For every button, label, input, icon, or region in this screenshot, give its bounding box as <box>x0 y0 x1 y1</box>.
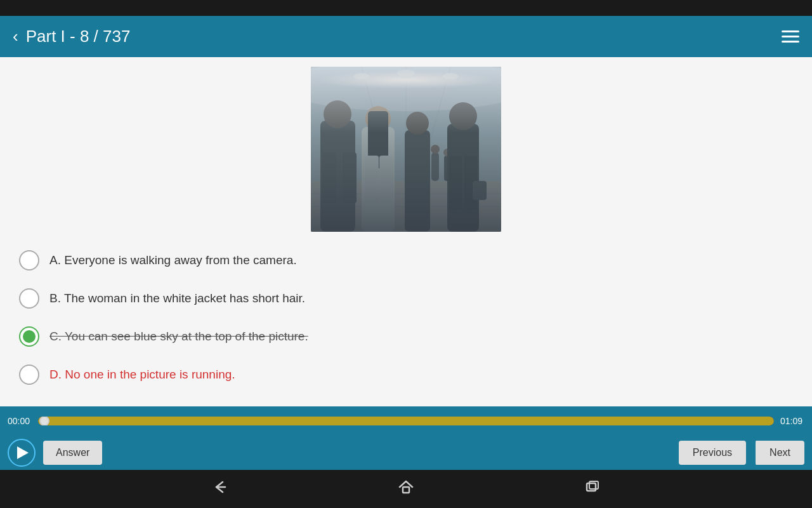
svg-point-20 <box>365 106 391 131</box>
svg-rect-21 <box>368 111 388 168</box>
home-nav-icon[interactable] <box>397 478 415 500</box>
svg-point-10 <box>418 141 428 151</box>
svg-rect-29 <box>464 156 477 210</box>
option-b-radio[interactable] <box>19 288 39 309</box>
svg-rect-34 <box>403 487 409 493</box>
radio-selected-dot <box>23 330 36 343</box>
play-button[interactable] <box>8 439 36 467</box>
svg-point-31 <box>354 73 369 79</box>
next-button[interactable]: Next <box>754 441 804 465</box>
svg-rect-9 <box>419 149 428 181</box>
question-image <box>311 67 501 232</box>
main-content: A. Everyone is walking away from the cam… <box>0 57 812 406</box>
svg-rect-18 <box>343 152 357 203</box>
svg-line-4 <box>406 67 450 232</box>
audio-thumb[interactable] <box>39 417 49 425</box>
hamburger-line-1 <box>782 30 799 32</box>
options-list: A. Everyone is walking away from the cam… <box>13 241 799 394</box>
svg-point-12 <box>431 145 440 154</box>
svg-rect-24 <box>405 130 430 232</box>
option-a-row[interactable]: A. Everyone is walking away from the cam… <box>13 241 799 279</box>
time-current: 00:00 <box>8 416 32 426</box>
app-header: ‹ Part I - 8 / 737 <box>0 16 812 57</box>
option-d-text: D. No one in the picture is running. <box>49 367 235 383</box>
svg-rect-19 <box>362 127 395 232</box>
svg-rect-11 <box>431 152 439 181</box>
audio-progress-bar: 00:00 01:09 <box>0 406 812 435</box>
header-left: ‹ Part I - 8 / 737 <box>13 27 130 46</box>
svg-point-25 <box>406 112 429 135</box>
svg-point-27 <box>449 102 477 130</box>
svg-rect-0 <box>311 67 501 232</box>
bottom-controls-bar: Answer Previous Next <box>0 435 812 470</box>
audio-track[interactable] <box>38 417 774 425</box>
station-svg <box>311 67 501 232</box>
option-a-text: A. Everyone is walking away from the cam… <box>49 253 297 269</box>
option-c-radio[interactable] <box>19 326 39 347</box>
option-c-text: C. You can see blue sky at the top of th… <box>49 329 308 345</box>
svg-rect-5 <box>311 181 501 232</box>
audio-fill <box>38 417 774 425</box>
svg-point-32 <box>397 70 415 76</box>
svg-point-16 <box>324 100 351 128</box>
option-d-radio[interactable] <box>19 364 39 385</box>
previous-button[interactable]: Previous <box>679 441 746 465</box>
hamburger-menu-button[interactable] <box>782 30 799 43</box>
back-button[interactable]: ‹ <box>13 27 18 46</box>
svg-rect-30 <box>473 181 487 200</box>
top-system-bar <box>0 0 812 16</box>
svg-rect-28 <box>449 156 462 210</box>
hamburger-line-2 <box>782 36 799 37</box>
svg-line-2 <box>362 67 406 232</box>
option-a-radio[interactable] <box>19 250 39 271</box>
back-nav-icon[interactable] <box>211 478 229 500</box>
option-c-row[interactable]: C. You can see blue sky at the top of th… <box>13 318 799 356</box>
option-b-text: B. The woman in the white jacket has sho… <box>49 291 305 307</box>
play-icon <box>17 446 29 459</box>
bottom-system-bar <box>0 470 812 508</box>
answer-button[interactable]: Answer <box>43 441 102 465</box>
svg-point-33 <box>443 73 458 79</box>
svg-rect-26 <box>447 124 479 232</box>
svg-rect-15 <box>320 121 355 232</box>
recents-nav-icon[interactable] <box>583 478 601 500</box>
time-total: 01:09 <box>780 416 804 426</box>
svg-rect-35 <box>587 483 596 491</box>
svg-point-1 <box>311 67 501 111</box>
option-d-row[interactable]: D. No one in the picture is running. <box>13 356 799 394</box>
option-b-row[interactable]: B. The woman in the white jacket has sho… <box>13 279 799 318</box>
page-title: Part I - 8 / 737 <box>26 27 131 46</box>
hamburger-line-3 <box>782 41 799 43</box>
svg-rect-13 <box>444 156 450 181</box>
svg-rect-23 <box>379 156 393 203</box>
svg-rect-17 <box>322 152 336 203</box>
svg-rect-22 <box>365 156 379 203</box>
svg-point-14 <box>443 149 451 156</box>
